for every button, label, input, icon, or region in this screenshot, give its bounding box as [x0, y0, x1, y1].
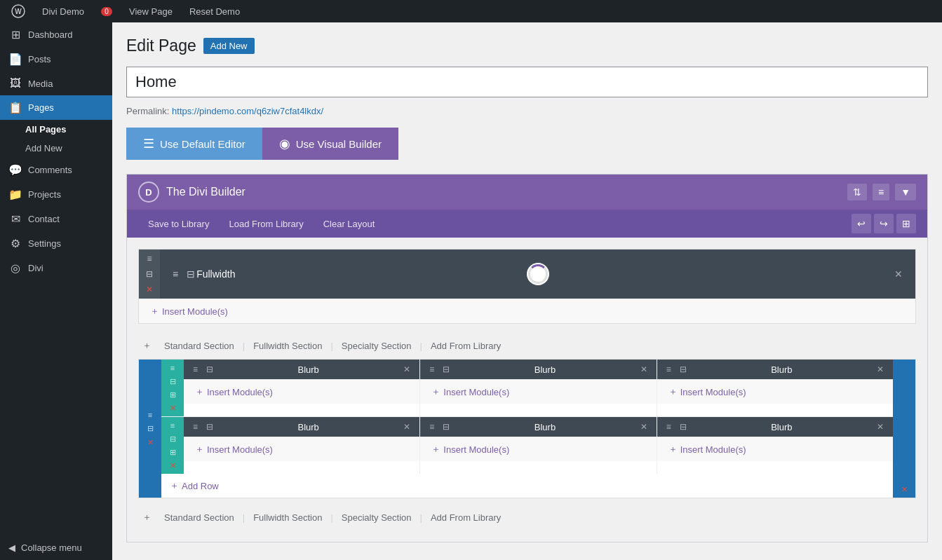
reset-demo-item[interactable]: Reset Demo — [184, 0, 245, 22]
divider-5: | — [330, 512, 332, 523]
module-move-1-1[interactable]: ≡ — [191, 364, 200, 375]
insert-module-btn-1-1[interactable]: ＋ Insert Module(s) — [195, 385, 273, 398]
fullwidth-row-controls: ≡ ⊟ — [171, 267, 196, 281]
editor-buttons-group: ☰ Use Default Editor ◉ Use Visual Builde… — [126, 128, 928, 160]
standard-section-btn[interactable]: Standard Section — [160, 339, 238, 353]
sidebar-item-comments[interactable]: 💬 Comments — [0, 158, 112, 182]
module-move-1-3[interactable]: ≡ — [664, 364, 673, 375]
insert-module-btn-fullwidth[interactable]: ＋ Insert Module(s) — [150, 305, 228, 317]
sidebar-sub-add-new[interactable]: Add New — [0, 139, 112, 158]
default-editor-btn[interactable]: ☰ Use Default Editor — [126, 128, 262, 160]
fullwidth-section-btn-2[interactable]: Fullwidth Section — [249, 511, 326, 524]
sidebar-item-contact[interactable]: ✉ Contact — [0, 207, 112, 231]
module-header-1-2: ≡ ⊟ Blurb ✕ — [420, 360, 656, 379]
row-2-delete-btn[interactable]: ✕ — [166, 460, 180, 471]
insert-module-label: Insert Module(s) — [162, 306, 228, 317]
specialty-section-btn[interactable]: Specialty Section — [337, 339, 416, 353]
row-2-clone-btn[interactable]: ⊟ — [166, 433, 180, 444]
row-2-move-btn[interactable]: ≡ — [166, 420, 180, 431]
divi-title-text: The Divi Builder — [166, 186, 245, 198]
insert-module-btn-2-1[interactable]: ＋ Insert Module(s) — [195, 443, 273, 456]
row-2-grid-btn[interactable]: ⊞ — [166, 446, 180, 458]
module-clone-1-3[interactable]: ⊟ — [678, 364, 689, 375]
fullwidth-settings-btn[interactable]: ⊟ — [185, 267, 196, 281]
row-1-delete-btn[interactable]: ✕ — [166, 402, 180, 414]
section-standard-left-ctrl: ≡ ⊟ ✕ — [139, 360, 161, 498]
notification-item[interactable]: 0 — [95, 0, 118, 22]
sidebar-item-pages[interactable]: 📋 Pages — [0, 95, 112, 120]
sidebar-item-projects[interactable]: 📁 Projects — [0, 182, 112, 207]
divider-6: | — [420, 512, 422, 523]
fullwidth-close-btn[interactable]: ✕ — [893, 267, 904, 281]
module-clone-1-2[interactable]: ⊟ — [440, 364, 452, 375]
fullwidth-drag-btn[interactable]: ≡ — [171, 267, 180, 281]
module-close-2-3[interactable]: ✕ — [875, 421, 886, 432]
module-move-2-3[interactable]: ≡ — [664, 421, 673, 432]
view-page-item[interactable]: View Page — [123, 0, 178, 22]
row-1-move-btn[interactable]: ≡ — [166, 362, 180, 374]
sidebar-item-settings[interactable]: ⚙ Settings — [0, 231, 112, 256]
insert-label-2-2: Insert Module(s) — [443, 444, 509, 455]
section-standard-move-btn[interactable]: ≡ — [143, 409, 157, 421]
collapse-menu-btn[interactable]: ◀ Collapse menu — [0, 535, 112, 560]
sidebar-item-dashboard[interactable]: ⊞ Dashboard — [0, 22, 112, 47]
fullwidth-label: Fullwidth — [196, 268, 235, 280]
sort-icon-btn[interactable]: ⇅ — [847, 184, 867, 200]
save-to-library-btn[interactable]: Save to Library — [138, 214, 219, 233]
module-move-2-2[interactable]: ≡ — [427, 421, 436, 432]
sidebar-sub-all-pages[interactable]: All Pages — [0, 120, 112, 139]
module-clone-2-3[interactable]: ⊟ — [678, 421, 689, 432]
module-label-2-1: Blurb — [220, 422, 397, 432]
svg-text:W: W — [15, 8, 22, 15]
menu-icon-btn[interactable]: ≡ — [873, 184, 889, 200]
insert-module-btn-1-3[interactable]: ＋ Insert Module(s) — [668, 385, 746, 398]
section-clone-btn[interactable]: ⊟ — [143, 268, 156, 280]
section-standard-clone-btn[interactable]: ⊟ — [143, 423, 157, 435]
wp-logo-item[interactable]: W — [6, 0, 31, 22]
section-standard-delete-btn[interactable]: ✕ — [143, 437, 157, 449]
module-move-1-2[interactable]: ≡ — [427, 364, 436, 375]
permalink-link[interactable]: https://pindemo.com/q6ziw7cfat4lkdx/ — [172, 106, 323, 116]
section-move-btn[interactable]: ≡ — [144, 252, 154, 265]
load-from-library-btn[interactable]: Load From Library — [219, 214, 313, 233]
module-move-2-1[interactable]: ≡ — [191, 421, 200, 432]
clear-layout-btn[interactable]: Clear Layout — [314, 214, 385, 233]
visual-builder-btn[interactable]: ◉ Use Visual Builder — [262, 128, 398, 160]
insert-module-btn-2-3[interactable]: ＋ Insert Module(s) — [668, 443, 746, 456]
sidebar-item-media[interactable]: 🖼 Media — [0, 71, 112, 95]
module-close-2-1[interactable]: ✕ — [401, 421, 412, 432]
section-delete-btn[interactable]: ✕ — [143, 283, 156, 296]
module-close-1-3[interactable]: ✕ — [875, 364, 886, 375]
standard-section-btn-2[interactable]: Standard Section — [160, 511, 238, 524]
section-standard-right-delete-btn[interactable]: ✕ — [897, 484, 911, 495]
add-from-library-btn-2[interactable]: Add From Library — [426, 511, 505, 524]
module-clone-2-1[interactable]: ⊟ — [204, 421, 215, 432]
add-new-button[interactable]: Add New — [203, 38, 255, 54]
add-row-btn[interactable]: ＋ Add Row — [170, 479, 219, 492]
history-btn[interactable]: ⊞ — [896, 214, 916, 233]
redo-btn[interactable]: ↪ — [874, 214, 894, 233]
add-section-icon-btn[interactable]: ＋ — [138, 338, 156, 353]
site-name-item[interactable]: Divi Demo — [36, 0, 90, 22]
module-close-2-2[interactable]: ✕ — [638, 421, 650, 432]
add-section-icon-btn-2[interactable]: ＋ — [138, 510, 156, 525]
collapse-builder-btn[interactable]: ▼ — [895, 184, 916, 200]
module-close-1-1[interactable]: ✕ — [401, 364, 412, 375]
plus-icon-1-3: ＋ — [668, 385, 678, 398]
sidebar-item-posts[interactable]: 📄 Posts — [0, 47, 112, 71]
module-clone-1-1[interactable]: ⊟ — [204, 364, 215, 375]
fullwidth-section-btn[interactable]: Fullwidth Section — [249, 339, 326, 353]
undo-btn[interactable]: ↩ — [852, 214, 871, 233]
row-1-clone-btn[interactable]: ⊟ — [166, 376, 180, 387]
specialty-section-btn-2[interactable]: Specialty Section — [337, 511, 416, 524]
page-title-input[interactable] — [126, 67, 928, 97]
insert-module-btn-2-2[interactable]: ＋ Insert Module(s) — [431, 443, 509, 456]
sidebar-label-posts: Posts — [28, 54, 51, 64]
sidebar-item-divi[interactable]: ◎ Divi — [0, 256, 112, 280]
module-clone-2-2[interactable]: ⊟ — [440, 421, 452, 432]
add-from-library-btn[interactable]: Add From Library — [426, 339, 505, 353]
row-1-grid-btn[interactable]: ⊞ — [166, 389, 180, 400]
insert-module-btn-1-2[interactable]: ＋ Insert Module(s) — [431, 385, 509, 398]
collapse-label: Collapse menu — [21, 542, 82, 553]
module-close-1-2[interactable]: ✕ — [638, 364, 650, 375]
